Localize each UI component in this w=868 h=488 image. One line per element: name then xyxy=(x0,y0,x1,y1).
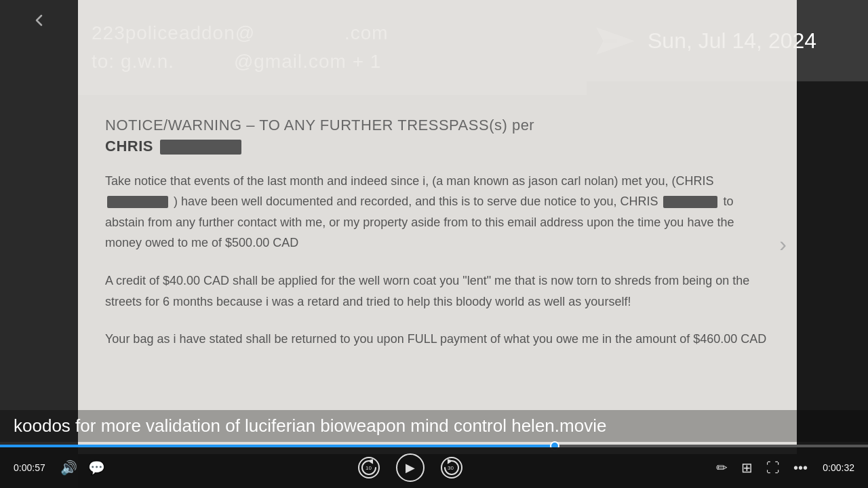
paragraph-2: A credit of $40.00 CAD shall be applied … xyxy=(105,270,770,312)
subtitle-button[interactable]: 💬 xyxy=(85,457,108,479)
redacted-1 xyxy=(107,196,168,208)
para1-middle: ) have been well documented and recorded… xyxy=(174,195,658,208)
back-button[interactable] xyxy=(29,10,50,30)
play-button[interactable]: ▶ xyxy=(396,453,425,482)
gallery-icon: ⊞ xyxy=(741,460,753,476)
more-button[interactable]: ••• xyxy=(791,458,810,479)
controls-center: 10 ▶ 30 xyxy=(118,453,703,482)
fullscreen-button[interactable]: ⛶ xyxy=(764,458,783,479)
more-icon: ••• xyxy=(793,460,808,476)
document-content: NOTICE/WARNING – TO ANY FURTHER TRESSPAS… xyxy=(78,98,797,384)
redacted-2 xyxy=(663,196,717,208)
subtitle-icon: 💬 xyxy=(88,460,105,476)
skip-forward-button[interactable]: 30 xyxy=(438,454,465,481)
play-icon: ▶ xyxy=(406,460,415,475)
title-line1: NOTICE/WARNING – TO ANY FURTHER TRESSPAS… xyxy=(105,117,534,134)
controls-bar: 0:00:57 🔊 💬 10 ▶ xyxy=(0,447,868,488)
fullscreen-icon: ⛶ xyxy=(766,460,780,476)
paragraph-1: Take notice that events of the last mont… xyxy=(105,171,770,253)
gallery-button[interactable]: ⊞ xyxy=(738,457,755,479)
time-remaining: 0:00:32 xyxy=(810,462,854,473)
skip-forward-circle: 30 xyxy=(441,457,462,479)
svg-text:30: 30 xyxy=(448,465,454,471)
volume-button[interactable]: 🔊 xyxy=(58,457,80,479)
title-chris: CHRIS xyxy=(105,138,153,155)
next-arrow[interactable]: › xyxy=(779,232,787,257)
edit-button[interactable]: ✏ xyxy=(713,457,730,479)
controls-right: ✏ ⊞ ⛶ ••• xyxy=(713,457,810,479)
paragraph-3: Your bag as i have stated shall be retur… xyxy=(105,329,770,350)
controls-left: 🔊 💬 xyxy=(58,457,108,479)
document-title: NOTICE/WARNING – TO ANY FURTHER TRESSPAS… xyxy=(105,115,770,157)
pencil-icon: ✏ xyxy=(716,460,728,476)
skip-back-circle: 10 xyxy=(358,457,380,479)
time-elapsed: 0:00:57 xyxy=(14,462,58,473)
skip-back-button[interactable]: 10 xyxy=(355,454,382,481)
volume-icon: 🔊 xyxy=(60,460,77,476)
redacted-surname-title xyxy=(160,140,241,155)
para1-start: Take notice that events of the last mont… xyxy=(105,174,713,188)
caption-text: koodos for more validation of luciferian… xyxy=(14,415,606,436)
caption-bar: koodos for more validation of luciferian… xyxy=(0,410,868,442)
svg-text:10: 10 xyxy=(366,465,372,471)
